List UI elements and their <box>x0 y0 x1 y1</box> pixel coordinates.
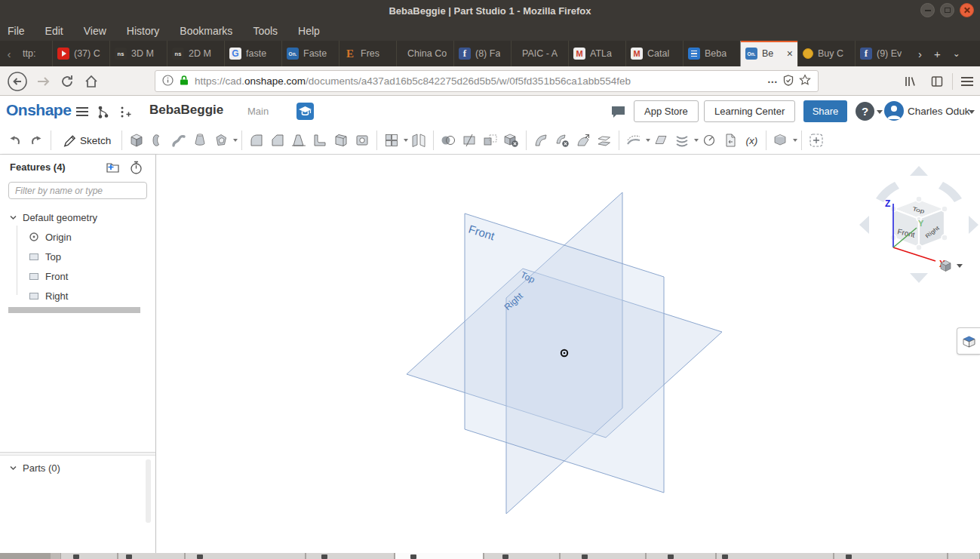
studio-tab-menu[interactable] <box>0 553 51 559</box>
replace-face-icon[interactable] <box>594 129 615 152</box>
composite-dropdown-icon[interactable] <box>793 139 797 142</box>
shell-icon[interactable] <box>330 129 352 152</box>
view-options-button[interactable] <box>939 260 963 272</box>
rollback-history-icon[interactable] <box>129 161 144 176</box>
import-icon[interactable] <box>720 129 741 152</box>
split-icon[interactable] <box>459 129 480 152</box>
user-caret-icon[interactable] <box>969 110 975 114</box>
new-folder-icon[interactable] <box>106 161 121 176</box>
undo-icon[interactable] <box>5 129 26 152</box>
composite-part-icon[interactable] <box>770 129 791 152</box>
hamburger-menu-icon[interactable] <box>957 71 978 92</box>
close-button[interactable] <box>960 3 974 17</box>
extrude-icon[interactable] <box>126 129 147 152</box>
tab-scroll-left-icon[interactable]: ‹ <box>0 41 18 66</box>
browser-tab[interactable]: (9) Ev <box>855 41 912 66</box>
menu-view[interactable]: View <box>84 25 106 37</box>
viewcube-arrow-down[interactable] <box>910 273 928 283</box>
follow-mode-icon[interactable] <box>117 103 134 120</box>
share-button[interactable]: Share <box>803 100 847 122</box>
vertical-scrollbar[interactable] <box>146 459 151 523</box>
studio-tab[interactable] <box>60 553 118 559</box>
user-menu[interactable]: Charles Oduk <box>908 106 970 117</box>
loft-icon[interactable] <box>189 129 210 152</box>
browser-tab[interactable]: ttp: <box>18 41 52 66</box>
studio-tab[interactable] <box>560 553 646 559</box>
tracking-shield-icon[interactable] <box>783 75 794 88</box>
browser-tab[interactable]: ATLa <box>568 41 625 66</box>
document-title[interactable]: BebaBeggie <box>149 103 223 118</box>
viewcube-arrow-left[interactable] <box>859 216 869 234</box>
plane-icon[interactable] <box>650 129 671 152</box>
hole-icon[interactable] <box>352 129 373 152</box>
parts-group[interactable]: Parts (0) <box>0 459 164 477</box>
feature-filter-input[interactable] <box>8 182 147 199</box>
back-button[interactable] <box>6 70 28 92</box>
menu-tools[interactable]: Tools <box>253 25 278 37</box>
browser-tab[interactable]: PAIC - A <box>511 41 568 66</box>
browser-tab[interactable]: Beba <box>683 41 740 66</box>
versions-icon[interactable] <box>95 103 112 120</box>
https-lock-icon[interactable] <box>179 75 189 88</box>
url-bar[interactable]: https://cad.onshape.com/documents/a437ad… <box>155 70 819 92</box>
browser-tab[interactable]: 2D M <box>167 41 224 66</box>
view-options-caret-icon[interactable] <box>957 264 963 268</box>
browser-tab[interactable]: faste <box>224 41 281 66</box>
thicken-icon[interactable] <box>210 129 232 152</box>
delete-part-icon[interactable] <box>501 129 522 152</box>
menu-edit[interactable]: Edit <box>45 25 63 37</box>
browser-tab[interactable]: Fres <box>339 41 396 66</box>
menu-bookmarks[interactable]: Bookmarks <box>180 25 232 37</box>
sidebars-icon[interactable] <box>926 71 948 92</box>
default-geometry-group[interactable]: Default geometry <box>0 208 164 226</box>
curve-icon[interactable] <box>699 129 720 152</box>
horizontal-scrollbar[interactable] <box>8 307 140 313</box>
revolve-icon[interactable] <box>147 129 168 152</box>
fillet-icon[interactable] <box>246 129 267 152</box>
app-store-button[interactable]: App Store <box>634 100 699 122</box>
boolean-icon[interactable] <box>438 129 459 152</box>
modify-fillet-icon[interactable] <box>530 129 551 152</box>
offset-surface-icon[interactable] <box>623 129 644 152</box>
app-menu-icon[interactable] <box>74 103 91 120</box>
workspace-name[interactable]: Main <box>247 106 269 117</box>
page-info-icon[interactable] <box>162 75 174 88</box>
display-states-flyout-button[interactable] <box>957 327 980 355</box>
panel-splitter[interactable] <box>0 452 155 456</box>
studio-tab[interactable] <box>484 553 560 559</box>
studio-tab[interactable] <box>716 553 834 559</box>
pattern-icon[interactable] <box>381 129 402 152</box>
avatar[interactable] <box>884 101 904 121</box>
menu-history[interactable]: History <box>127 25 160 37</box>
menu-file[interactable]: File <box>8 25 25 37</box>
maximize-button[interactable] <box>940 3 954 17</box>
comments-icon[interactable] <box>610 103 626 120</box>
reload-button[interactable] <box>56 70 78 92</box>
browser-tab[interactable]: 3D M <box>109 41 167 66</box>
new-tab-button[interactable]: + <box>928 48 947 60</box>
forward-button[interactable] <box>32 70 54 92</box>
learning-center-button[interactable]: Learning Center <box>704 100 795 122</box>
model-viewport[interactable]: Front Top Right <box>156 155 980 553</box>
viewcube-arrow-right[interactable] <box>969 216 978 234</box>
browser-tab-active[interactable]: Be × <box>740 41 797 66</box>
page-actions-icon[interactable]: ⋯ <box>767 75 778 88</box>
studio-tab[interactable] <box>948 553 980 559</box>
onshape-logo[interactable]: Onshape <box>6 101 71 119</box>
library-icon[interactable] <box>899 71 920 92</box>
redo-icon[interactable] <box>26 129 47 152</box>
browser-tab[interactable]: Buy C <box>797 41 855 66</box>
variable-icon[interactable]: (x) <box>741 129 762 152</box>
chamfer-icon[interactable] <box>267 129 288 152</box>
menu-help[interactable]: Help <box>298 25 320 37</box>
studio-tab[interactable] <box>306 553 395 559</box>
move-face-icon[interactable] <box>573 129 594 152</box>
sweep-icon[interactable] <box>168 129 189 152</box>
custom-feature-icon[interactable] <box>806 129 827 152</box>
browser-tab[interactable]: (37) C <box>52 41 109 66</box>
helix-icon[interactable] <box>671 129 693 152</box>
draft-icon[interactable] <box>288 129 309 152</box>
browser-tab[interactable]: (8) Fa <box>453 41 511 66</box>
viewcube-arrow-up[interactable] <box>910 166 928 176</box>
viewcube-rotate-cw-icon[interactable] <box>939 182 962 202</box>
